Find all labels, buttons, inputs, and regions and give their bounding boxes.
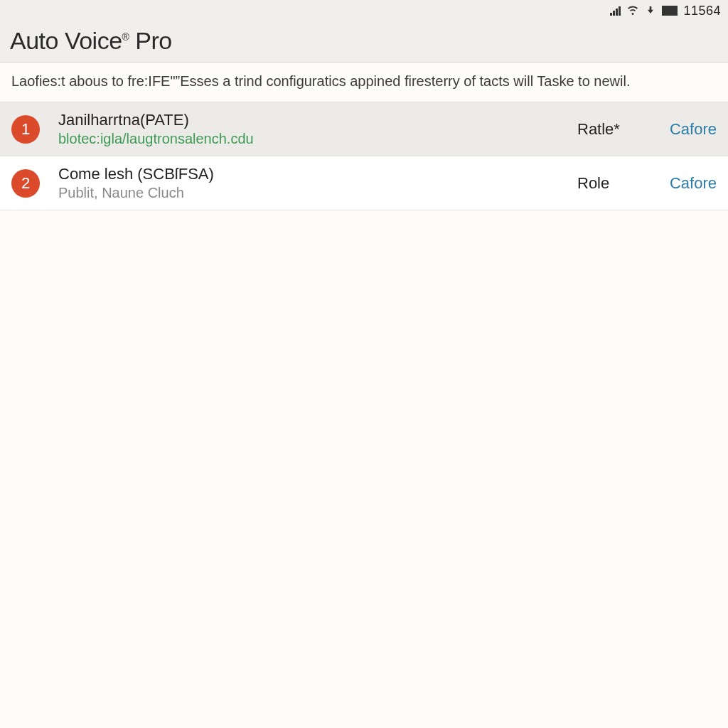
list-item[interactable]: 2 Come lesh (SCBſFSA) Publit, Naune Cluc… [0,156,728,210]
status-time: 11564 [683,4,721,18]
cell-signal-icon [610,6,621,16]
item-role: Ratle* [577,120,641,139]
item-title: Janilharrtna(PATE) [58,111,566,129]
app-title: Auto Voice® Pro [10,27,718,55]
description-text: Laofies:t abous to fre:IFE"”Esses a trin… [0,63,728,102]
item-list: 1 Janilharrtna(PATE) blotec:igla/laugtro… [0,102,728,210]
item-title: Come lesh (SCBſFSA) [58,165,566,183]
item-main: Come lesh (SCBſFSA) Publit, Naune Cluch [58,165,566,201]
item-subtitle: Publit, Naune Cluch [58,185,566,201]
item-main: Janilharrtna(PATE) blotec:igla/laugtrons… [58,111,566,147]
status-bar: 11564 [0,0,728,21]
item-action-button[interactable]: Cafore [653,120,717,139]
app-header: Auto Voice® Pro [0,21,728,63]
download-icon [645,4,656,18]
item-number-badge: 1 [11,115,40,144]
wifi-icon [626,3,639,19]
battery-icon [662,6,678,16]
item-action-button[interactable]: Cafore [653,174,717,193]
item-role: Role [577,174,641,193]
list-item[interactable]: 1 Janilharrtna(PATE) blotec:igla/laugtro… [0,102,728,156]
item-number-badge: 2 [11,169,40,198]
item-subtitle[interactable]: blotec:igla/laugtronsalench.cdu [58,131,566,147]
